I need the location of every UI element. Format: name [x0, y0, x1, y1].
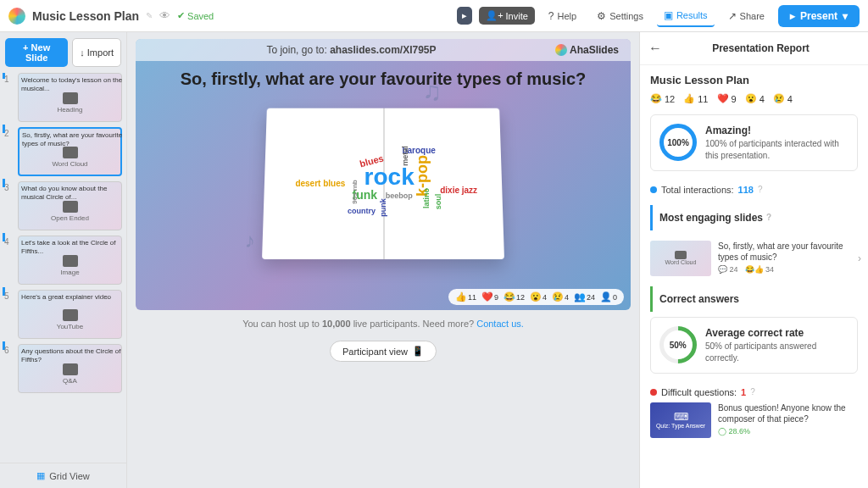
- slide-thumbnail[interactable]: 3What do you know about the musical Circ…: [4, 181, 122, 230]
- engaging-label: Most engaging slides: [659, 212, 763, 224]
- slide-type-label: Open Ended: [51, 214, 89, 222]
- join-prefix: To join, go to:: [266, 44, 330, 56]
- music-note-icon: ♫: [423, 77, 442, 106]
- preview-play-icon[interactable]: ▸: [457, 7, 472, 25]
- diff-title: Bonus question! Anyone know the composer…: [718, 403, 846, 424]
- participant-view-label: Participant view: [342, 347, 408, 357]
- eng-comments: 24: [730, 265, 738, 274]
- slide-type-icon: [63, 363, 78, 375]
- reaction-count: ❤️9: [481, 291, 498, 302]
- settings-label: Settings: [609, 11, 643, 21]
- results-label: Results: [676, 10, 708, 20]
- diff-thumb: ⌨Quiz: Type Answer: [650, 402, 711, 438]
- canvas-area: To join, go to: ahaslides.com/XI795P Aha…: [127, 32, 639, 488]
- presentation-title[interactable]: Music Lesson Plan: [32, 9, 139, 23]
- new-slide-button[interactable]: + New Slide: [5, 38, 68, 67]
- reaction-count: 😂12: [504, 291, 525, 302]
- host-note-pre: You can host up to: [242, 319, 322, 329]
- slide-type-label: YouTube: [57, 323, 83, 330]
- host-note-count: 10,000: [322, 319, 351, 329]
- difficult-question-card[interactable]: ⌨Quiz: Type Answer Bonus question! Anyon…: [650, 402, 858, 438]
- word-soul: soul: [434, 194, 442, 210]
- donut-50-label: 50%: [670, 341, 687, 350]
- join-bar: To join, go to: ahaslides.com/XI795P Aha…: [136, 39, 631, 61]
- share-icon: ↗: [728, 10, 737, 22]
- help-label: Help: [558, 11, 577, 21]
- reaction-count: ❤️9: [717, 93, 737, 104]
- brand-name: AhaSlides: [570, 44, 619, 56]
- word-punk: punk: [379, 198, 387, 217]
- comment-stat: 💬 24: [718, 265, 738, 275]
- diff-pct: 28.6%: [729, 427, 751, 435]
- host-note: You can host up to 10,000 live participa…: [136, 310, 631, 337]
- slide-type-icon: [63, 309, 78, 321]
- slide-title-text: Here's a great explainer video: [21, 293, 124, 302]
- join-link[interactable]: ahaslides.com/XI795P: [330, 44, 436, 56]
- slide-thumbnail[interactable]: 6Any questions about the Circle of Fifth…: [4, 344, 122, 393]
- total-number: 118: [738, 185, 754, 195]
- diff-type: Quiz: Type Answer: [656, 423, 705, 429]
- slide-type-label: Heading: [58, 106, 83, 114]
- avg-text: 50% of participants answered correctly.: [705, 341, 816, 363]
- invite-button[interactable]: 👤+ Invite: [479, 7, 535, 25]
- back-button[interactable]: ←: [648, 41, 662, 56]
- amazing-heading: Amazing!: [705, 125, 751, 136]
- reaction-count: 👍11: [455, 291, 476, 302]
- help-icon[interactable]: ?: [758, 185, 763, 194]
- slide-title-text: What do you know about the musical Circl…: [21, 185, 124, 201]
- keyboard-icon: ⌨: [674, 411, 688, 423]
- slide-type-label: Q&A: [63, 377, 77, 385]
- slide-type-label: Word Cloud: [52, 160, 87, 168]
- grid-icon: ▦: [36, 470, 45, 481]
- word-cloud: rock k-pop funk blues baroque metal beeb…: [264, 106, 502, 258]
- correct-label: Correct answers: [659, 293, 739, 305]
- share-button[interactable]: ↗Share: [721, 6, 771, 26]
- slide-thumbnail[interactable]: 5Here's a great explainer videoYouTube: [4, 290, 122, 339]
- grid-view-button[interactable]: ▦ Grid View: [0, 463, 126, 488]
- help-icon[interactable]: ?: [766, 213, 771, 222]
- reaction-count: 👍11: [683, 93, 708, 104]
- slide-thumbnail[interactable]: 4Let's take a look at the Circle of Fift…: [4, 236, 122, 285]
- total-interactions: Total interactions: 118 ?: [650, 180, 858, 200]
- word-beebop: beebop: [386, 191, 413, 200]
- contact-link[interactable]: Contact us.: [476, 319, 524, 329]
- participant-view-button[interactable]: Participant view 📱: [330, 341, 437, 362]
- word-country: country: [348, 207, 376, 215]
- slide-type-icon: [63, 201, 78, 213]
- music-note-icon: ♪: [244, 229, 254, 252]
- present-label: Present: [800, 10, 837, 22]
- visibility-icon[interactable]: 👁: [159, 9, 170, 22]
- reaction-count: 😢4: [773, 93, 793, 104]
- report-title: Presentation Report: [662, 42, 860, 54]
- slides-list: 1Welcome to today's lesson on the musica…: [0, 73, 126, 463]
- donut-100-label: 100%: [667, 138, 689, 147]
- edit-title-icon[interactable]: ✎: [146, 11, 153, 20]
- diff-pct-stat: ◯ 28.6%: [718, 427, 750, 437]
- present-button[interactable]: ▸ Present ▾: [778, 5, 860, 27]
- help-button[interactable]: ?Help: [542, 6, 583, 26]
- slide-thumbnail[interactable]: 1Welcome to today's lesson on the musica…: [4, 73, 122, 122]
- slide-number: 3: [4, 181, 14, 230]
- saved-label: Saved: [187, 11, 214, 21]
- correct-header: Correct answers: [650, 286, 858, 312]
- help-icon[interactable]: ?: [750, 387, 755, 396]
- results-icon: ▣: [664, 9, 673, 21]
- slide-type-icon: [63, 147, 78, 158]
- app-logo-icon: [8, 8, 25, 25]
- slide-type-label: Image: [60, 269, 79, 276]
- eng-likes: 34: [765, 265, 774, 274]
- total-label: Total interactions:: [661, 185, 734, 195]
- engaging-slide-card[interactable]: Word Cloud So, firstly, what are your fa…: [650, 236, 858, 281]
- settings-button[interactable]: ⚙Settings: [590, 6, 650, 26]
- engaging-type: Word Cloud: [665, 259, 697, 265]
- slide-number: 6: [4, 344, 14, 393]
- diff-label: Difficult questions:: [661, 387, 737, 397]
- results-tab[interactable]: ▣Results: [657, 5, 715, 27]
- report-panel: ← Presentation Report Music Lesson Plan …: [639, 32, 868, 488]
- slide-thumbnail[interactable]: 2So, firstly, what are your favourite ty…: [4, 127, 122, 176]
- slide-title-text: Let's take a look at the Circle of Fifth…: [21, 239, 124, 255]
- report-plan-name: Music Lesson Plan: [650, 74, 858, 86]
- import-button[interactable]: ↓ Import: [72, 38, 121, 67]
- slide-title-text: So, firstly, what are your favourite typ…: [22, 131, 123, 147]
- reaction-count: 👤0: [600, 291, 617, 302]
